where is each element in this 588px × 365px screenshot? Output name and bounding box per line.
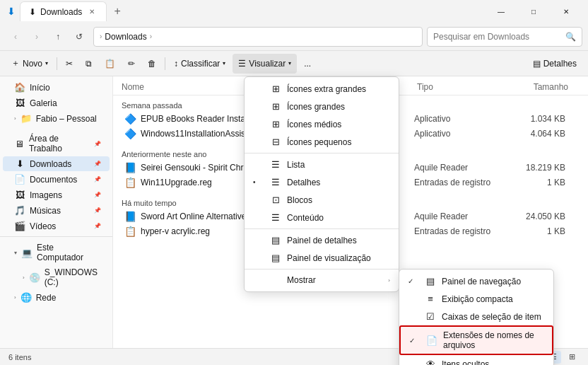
- cut-icon: ✂: [66, 59, 73, 69]
- menu-item-detalhes[interactable]: • ☰ Detalhes: [245, 173, 399, 191]
- images-icon: 🖼: [14, 190, 25, 200]
- icon-caixas-selecao: ☑: [425, 311, 436, 322]
- label-painel-visualizacao: Painel de visualização: [287, 253, 390, 263]
- paste-button[interactable]: 📋: [99, 54, 121, 74]
- icon-icones-medios: ⊞: [270, 119, 281, 129]
- command-bar: ＋ Novo ▾ ✂ ⧉ 📋 ✏ 🗑 ↕ Classificar ▾ ☰ Vis…: [0, 51, 588, 76]
- pin-icon-videos: 📌: [94, 223, 101, 229]
- sidebar-item-fabio[interactable]: › 📁 Fabio – Pessoal: [3, 111, 110, 126]
- icon-itens-ocultos: 👁: [425, 359, 436, 365]
- file-size-seirei: 18.219 KB: [506, 163, 577, 173]
- maximize-button[interactable]: □: [517, 0, 550, 23]
- cut-button[interactable]: ✂: [60, 54, 78, 74]
- up-button[interactable]: ↑: [48, 27, 68, 47]
- icon-painel-detalhes: ▤: [270, 235, 281, 245]
- view-button[interactable]: ☰ Visualizar ▾: [233, 54, 297, 74]
- more-icon: ...: [304, 59, 311, 69]
- new-button[interactable]: ＋ Novo ▾: [6, 54, 54, 74]
- menu-item-icones-grandes[interactable]: ⊞ Ícones grandes: [245, 98, 399, 115]
- address-arrow: ›: [100, 33, 102, 40]
- titlebar: ⬇ ⬇ Downloads ✕ + — □ ✕: [0, 0, 588, 23]
- new-icon: ＋: [11, 57, 20, 69]
- sidebar-item-images[interactable]: 🖼 Imagens 📌: [3, 187, 110, 202]
- forward-button[interactable]: ›: [27, 27, 47, 47]
- icon-conteudo: ☰: [270, 212, 281, 223]
- menu-item-caixas-selecao[interactable]: ☑ Caixas de seleção de item: [399, 308, 553, 325]
- sort-button[interactable]: ↕ Classificar ▾: [168, 54, 231, 74]
- file-size-win11: 4.064 KB: [506, 129, 577, 139]
- menu-item-lista[interactable]: ☰ Lista: [245, 156, 399, 173]
- gallery-icon: 🖼: [14, 98, 25, 108]
- menu-item-conteudo[interactable]: ☰ Conteúdo: [245, 209, 399, 226]
- file-size-hyperv: 1 KB: [506, 226, 577, 236]
- copy-button[interactable]: ⧉: [80, 54, 98, 74]
- rename-button[interactable]: ✏: [122, 54, 141, 74]
- sidebar-item-downloads[interactable]: ⬇ Downloads 📌: [3, 156, 110, 171]
- separator-1: [57, 57, 57, 70]
- separator-view-3: [245, 269, 399, 270]
- column-header-size: Tamanho: [509, 82, 580, 92]
- menu-item-painel-detalhes[interactable]: ▤ Painel de detalhes: [245, 231, 399, 249]
- label-painel-navegacao: Painel de navegação: [442, 277, 545, 286]
- pin-icon-downloads: 📌: [94, 161, 101, 167]
- label-icones-grandes: Ícones grandes: [287, 102, 390, 112]
- sidebar-item-music[interactable]: 🎵 Músicas 📌: [3, 203, 110, 218]
- status-count: 6 itens: [8, 353, 31, 361]
- column-header-type: Tipo: [417, 82, 509, 92]
- label-exibicao-compacta: Exibição compacta: [442, 294, 545, 304]
- address-bar[interactable]: › Downloads ›: [93, 27, 423, 47]
- menu-item-icones-medios[interactable]: ⊞ Ícones médios: [245, 115, 399, 133]
- menu-item-exibicao-compacta[interactable]: ≡ Exibição compacta: [399, 290, 553, 308]
- sidebar-item-rede[interactable]: › 🌐 Rede: [3, 290, 110, 305]
- tab-close-button[interactable]: ✕: [86, 6, 98, 17]
- icon-icones-pequenos: ⊟: [270, 137, 281, 147]
- rename-icon: ✏: [128, 59, 135, 69]
- delete-button[interactable]: 🗑: [142, 54, 162, 74]
- pin-icon-music: 📌: [94, 207, 101, 214]
- new-label: Novo: [23, 59, 42, 69]
- menu-item-extensoes-nomes[interactable]: ✓ 📄 Extensões de nomes de arquivos: [399, 325, 553, 355]
- desktop-icon: 🖥: [14, 139, 25, 149]
- sidebar-label-documents: Documentos: [30, 175, 77, 185]
- menu-item-blocos[interactable]: ⊡ Blocos: [245, 191, 399, 209]
- sidebar-item-este-computador[interactable]: ▾ 💻 Este Computador: [3, 241, 110, 265]
- menu-item-painel-navegacao[interactable]: ✓ ▤ Painel de navegação: [399, 272, 553, 290]
- menu-item-icones-extra-grandes[interactable]: ⊞ Ícones extra grandes: [245, 80, 399, 98]
- sidebar-item-videos[interactable]: 🎬 Vídeos 📌: [3, 219, 110, 233]
- downloads-icon: ⬇: [14, 158, 25, 169]
- close-button[interactable]: ✕: [550, 0, 582, 23]
- label-conteudo: Conteúdo: [287, 213, 390, 223]
- sidebar-item-desktop[interactable]: 🖥 Área de Trabalho 📌: [3, 132, 110, 156]
- pin-icon-desktop: 📌: [94, 141, 101, 147]
- file-icon-hyperv: 📋: [124, 226, 136, 237]
- sidebar-item-inicio[interactable]: 🏠 Início: [3, 80, 110, 95]
- menu-item-mostrar[interactable]: Mostrar › ✓ ▤ Painel de navegação ≡ Exib…: [245, 272, 399, 289]
- icon-blocos: ⊡: [270, 195, 281, 205]
- search-input[interactable]: [433, 32, 563, 42]
- sidebar-item-galeria[interactable]: 🖼 Galeria: [3, 95, 110, 110]
- view-toggle-icons[interactable]: ⊞: [564, 351, 580, 364]
- sidebar-item-documents[interactable]: 📄 Documentos 📌: [3, 172, 110, 187]
- file-type-win11upgrade: Entradas de registro: [414, 178, 506, 187]
- file-type-sword: Aquile Reader: [414, 212, 506, 221]
- music-icon: 🎵: [14, 205, 25, 216]
- details-button[interactable]: ▤ Detalhes: [527, 54, 582, 74]
- tab-downloads[interactable]: ⬇ Downloads ✕: [20, 1, 107, 21]
- new-tab-button[interactable]: +: [110, 5, 124, 18]
- search-bar[interactable]: 🔍: [427, 27, 582, 47]
- back-button[interactable]: ‹: [6, 27, 25, 47]
- more-button[interactable]: ...: [298, 54, 317, 74]
- documents-icon: 📄: [14, 174, 25, 185]
- refresh-button[interactable]: ↺: [69, 27, 89, 47]
- windows-drive-icon: 💿: [29, 272, 40, 283]
- sidebar-label-videos: Vídeos: [30, 221, 56, 231]
- sidebar-item-windows[interactable]: › 💿 S_WINDOWS (C:): [3, 265, 110, 289]
- minimize-button[interactable]: —: [485, 0, 517, 23]
- details-label: Detalhes: [543, 59, 577, 69]
- label-mostrar: Mostrar: [287, 275, 382, 285]
- menu-item-icones-pequenos[interactable]: ⊟ Ícones pequenos: [245, 133, 399, 151]
- details-icon: ▤: [533, 59, 541, 69]
- menu-item-itens-ocultos[interactable]: 👁 Itens ocultos: [399, 355, 553, 365]
- sidebar-label-images: Imagens: [30, 190, 62, 200]
- menu-item-painel-visualizacao[interactable]: ▤ Painel de visualização: [245, 249, 399, 267]
